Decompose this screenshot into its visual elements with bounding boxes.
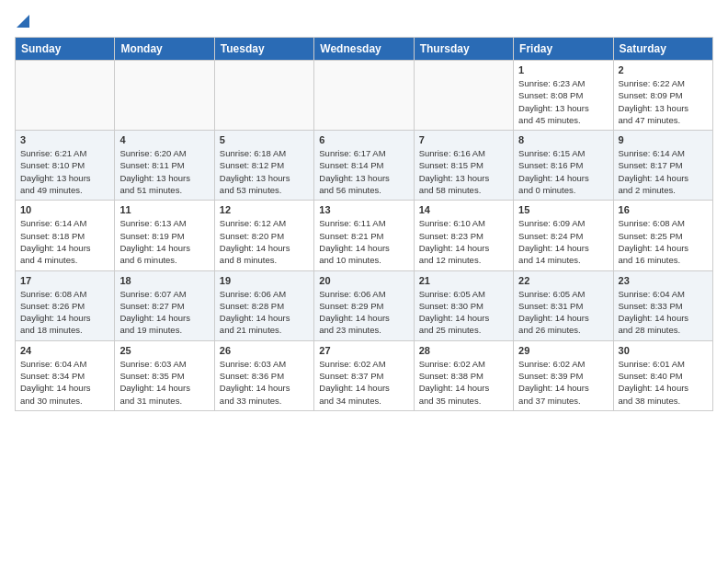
day-number: 5 <box>220 134 309 145</box>
calendar-cell: 15Sunrise: 6:09 AMSunset: 8:24 PMDayligh… <box>514 201 613 270</box>
day-number: 13 <box>319 204 408 215</box>
calendar-row-1: 1Sunrise: 6:23 AMSunset: 8:08 PMDaylight… <box>16 61 713 131</box>
calendar-row-5: 24Sunrise: 6:04 AMSunset: 8:34 PMDayligh… <box>16 340 713 410</box>
day-number: 4 <box>119 134 209 145</box>
calendar-cell: 11Sunrise: 6:13 AMSunset: 8:19 PMDayligh… <box>115 201 214 270</box>
day-info: Sunrise: 6:03 AMSunset: 8:35 PMDaylight:… <box>119 358 209 407</box>
day-number: 28 <box>419 345 508 356</box>
day-number: 18 <box>119 275 209 286</box>
logo-triangle-icon <box>17 15 29 28</box>
calendar-row-2: 3Sunrise: 6:21 AMSunset: 8:10 PMDaylight… <box>16 131 713 201</box>
day-info: Sunrise: 6:04 AMSunset: 8:34 PMDaylight:… <box>20 358 109 407</box>
calendar-body: 1Sunrise: 6:23 AMSunset: 8:08 PMDaylight… <box>16 61 713 411</box>
calendar-cell: 20Sunrise: 6:06 AMSunset: 8:29 PMDayligh… <box>314 270 414 340</box>
calendar-cell <box>115 61 214 131</box>
day-info: Sunrise: 6:12 AMSunset: 8:20 PMDaylight:… <box>220 217 309 266</box>
day-number: 7 <box>419 134 508 145</box>
day-info: Sunrise: 6:17 AMSunset: 8:14 PMDaylight:… <box>319 147 408 196</box>
day-number: 14 <box>419 204 508 215</box>
day-number: 3 <box>20 134 109 145</box>
day-info: Sunrise: 6:08 AMSunset: 8:26 PMDaylight:… <box>20 288 109 337</box>
day-number: 1 <box>518 64 608 75</box>
calendar-cell: 25Sunrise: 6:03 AMSunset: 8:35 PMDayligh… <box>115 340 214 410</box>
calendar-cell: 19Sunrise: 6:06 AMSunset: 8:28 PMDayligh… <box>214 270 313 340</box>
calendar-cell: 1Sunrise: 6:23 AMSunset: 8:08 PMDaylight… <box>514 61 613 131</box>
calendar-cell: 23Sunrise: 6:04 AMSunset: 8:33 PMDayligh… <box>613 270 712 340</box>
calendar-cell: 14Sunrise: 6:10 AMSunset: 8:23 PMDayligh… <box>414 201 513 270</box>
page-header <box>15 15 713 31</box>
calendar-cell: 28Sunrise: 6:02 AMSunset: 8:38 PMDayligh… <box>414 340 513 410</box>
calendar-cell: 7Sunrise: 6:16 AMSunset: 8:15 PMDaylight… <box>414 131 513 201</box>
col-header-thursday: Thursday <box>414 38 513 61</box>
calendar-cell: 4Sunrise: 6:20 AMSunset: 8:11 PMDaylight… <box>115 131 214 201</box>
day-info: Sunrise: 6:04 AMSunset: 8:33 PMDaylight:… <box>619 288 708 337</box>
day-info: Sunrise: 6:21 AMSunset: 8:10 PMDaylight:… <box>20 147 109 196</box>
day-info: Sunrise: 6:03 AMSunset: 8:36 PMDaylight:… <box>220 358 309 407</box>
day-number: 2 <box>619 64 708 75</box>
day-number: 24 <box>20 345 109 356</box>
day-info: Sunrise: 6:05 AMSunset: 8:30 PMDaylight:… <box>419 288 508 337</box>
calendar-header-row: SundayMondayTuesdayWednesdayThursdayFrid… <box>16 38 713 61</box>
calendar-cell <box>414 61 513 131</box>
calendar-cell: 21Sunrise: 6:05 AMSunset: 8:30 PMDayligh… <box>414 270 513 340</box>
day-number: 23 <box>619 275 708 286</box>
calendar-cell: 12Sunrise: 6:12 AMSunset: 8:20 PMDayligh… <box>214 201 313 270</box>
calendar-cell: 24Sunrise: 6:04 AMSunset: 8:34 PMDayligh… <box>16 340 115 410</box>
calendar-cell: 6Sunrise: 6:17 AMSunset: 8:14 PMDaylight… <box>314 131 414 201</box>
day-number: 27 <box>319 345 408 356</box>
calendar-cell: 30Sunrise: 6:01 AMSunset: 8:40 PMDayligh… <box>613 340 712 410</box>
day-info: Sunrise: 6:02 AMSunset: 8:38 PMDaylight:… <box>419 358 508 407</box>
day-info: Sunrise: 6:06 AMSunset: 8:28 PMDaylight:… <box>220 288 309 337</box>
day-number: 25 <box>119 345 209 356</box>
day-number: 20 <box>319 275 408 286</box>
day-number: 19 <box>220 275 309 286</box>
calendar-cell: 16Sunrise: 6:08 AMSunset: 8:25 PMDayligh… <box>613 201 712 270</box>
calendar-cell: 17Sunrise: 6:08 AMSunset: 8:26 PMDayligh… <box>16 270 115 340</box>
calendar-cell: 18Sunrise: 6:07 AMSunset: 8:27 PMDayligh… <box>115 270 214 340</box>
day-info: Sunrise: 6:14 AMSunset: 8:17 PMDaylight:… <box>619 147 708 196</box>
day-number: 11 <box>119 204 209 215</box>
day-number: 10 <box>20 204 109 215</box>
calendar-cell: 27Sunrise: 6:02 AMSunset: 8:37 PMDayligh… <box>314 340 414 410</box>
calendar-header: SundayMondayTuesdayWednesdayThursdayFrid… <box>16 38 713 61</box>
calendar-cell: 9Sunrise: 6:14 AMSunset: 8:17 PMDaylight… <box>613 131 712 201</box>
col-header-sunday: Sunday <box>16 38 115 61</box>
calendar-cell <box>314 61 414 131</box>
calendar-row-4: 17Sunrise: 6:08 AMSunset: 8:26 PMDayligh… <box>16 270 713 340</box>
day-info: Sunrise: 6:20 AMSunset: 8:11 PMDaylight:… <box>119 147 209 196</box>
calendar-row-3: 10Sunrise: 6:14 AMSunset: 8:18 PMDayligh… <box>16 201 713 270</box>
day-number: 8 <box>518 134 608 145</box>
day-number: 30 <box>619 345 708 356</box>
day-number: 9 <box>619 134 708 145</box>
calendar-cell: 13Sunrise: 6:11 AMSunset: 8:21 PMDayligh… <box>314 201 414 270</box>
day-info: Sunrise: 6:11 AMSunset: 8:21 PMDaylight:… <box>319 217 408 266</box>
day-info: Sunrise: 6:01 AMSunset: 8:40 PMDaylight:… <box>619 358 708 407</box>
col-header-friday: Friday <box>514 38 613 61</box>
calendar-cell: 3Sunrise: 6:21 AMSunset: 8:10 PMDaylight… <box>16 131 115 201</box>
day-info: Sunrise: 6:06 AMSunset: 8:29 PMDaylight:… <box>319 288 408 337</box>
day-number: 26 <box>220 345 309 356</box>
day-info: Sunrise: 6:14 AMSunset: 8:18 PMDaylight:… <box>20 217 109 266</box>
col-header-wednesday: Wednesday <box>314 38 414 61</box>
day-info: Sunrise: 6:02 AMSunset: 8:37 PMDaylight:… <box>319 358 408 407</box>
calendar-cell: 5Sunrise: 6:18 AMSunset: 8:12 PMDaylight… <box>214 131 313 201</box>
day-info: Sunrise: 6:10 AMSunset: 8:23 PMDaylight:… <box>419 217 508 266</box>
day-info: Sunrise: 6:13 AMSunset: 8:19 PMDaylight:… <box>119 217 209 266</box>
day-number: 6 <box>319 134 408 145</box>
day-info: Sunrise: 6:16 AMSunset: 8:15 PMDaylight:… <box>419 147 508 196</box>
day-number: 17 <box>20 275 109 286</box>
calendar-table: SundayMondayTuesdayWednesdayThursdayFrid… <box>15 37 713 411</box>
day-info: Sunrise: 6:02 AMSunset: 8:39 PMDaylight:… <box>518 358 608 407</box>
col-header-saturday: Saturday <box>613 38 712 61</box>
calendar-cell: 22Sunrise: 6:05 AMSunset: 8:31 PMDayligh… <box>514 270 613 340</box>
logo <box>15 15 29 31</box>
day-info: Sunrise: 6:18 AMSunset: 8:12 PMDaylight:… <box>220 147 309 196</box>
calendar-cell: 8Sunrise: 6:15 AMSunset: 8:16 PMDaylight… <box>514 131 613 201</box>
day-info: Sunrise: 6:23 AMSunset: 8:08 PMDaylight:… <box>518 77 608 126</box>
day-number: 12 <box>220 204 309 215</box>
day-number: 22 <box>518 275 608 286</box>
calendar-cell <box>16 61 115 131</box>
day-info: Sunrise: 6:15 AMSunset: 8:16 PMDaylight:… <box>518 147 608 196</box>
day-number: 15 <box>518 204 608 215</box>
col-header-monday: Monday <box>115 38 214 61</box>
